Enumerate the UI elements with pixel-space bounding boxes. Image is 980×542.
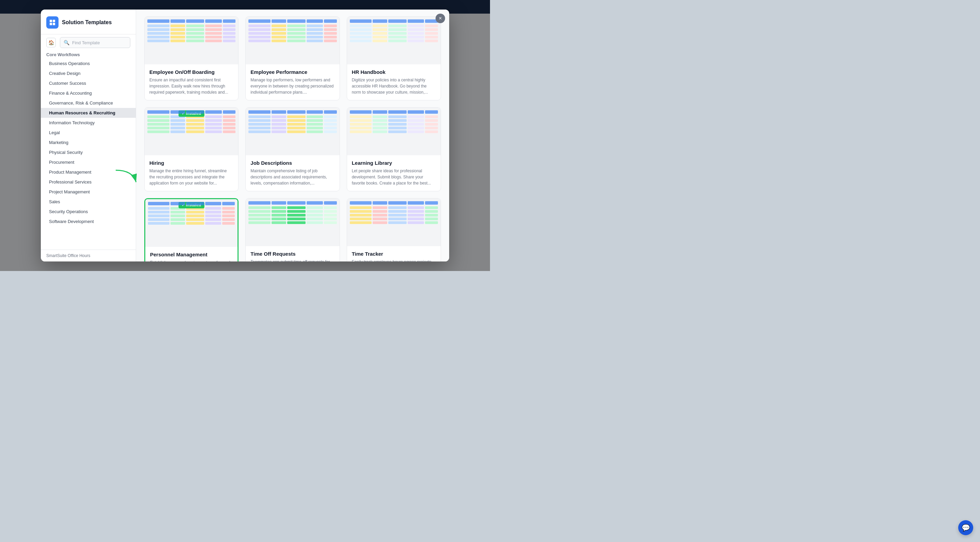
svg-rect-1 (50, 20, 52, 22)
search-placeholder: Find Template (72, 40, 100, 45)
sidebar-item-product-management[interactable]: Product Management (41, 167, 136, 177)
home-button[interactable]: 🏠 (46, 38, 56, 47)
template-desc-time-off-requests: Teammates can submit time-off requests f… (250, 259, 334, 261)
template-title-employee-onboarding: Employee On/Off Boarding (150, 69, 234, 75)
template-title-time-tracker: Time Tracker (352, 251, 436, 257)
template-grid: Employee On/Off BoardingEnsure an impact… (144, 16, 441, 261)
template-desc-personnel-management: Establish a comprehensive system of reco… (150, 260, 233, 261)
modal-title: Solution Templates (62, 19, 111, 26)
template-card-job-descriptions[interactable]: Job DescriptionsMaintain comprehensive l… (245, 107, 340, 191)
sidebar-footer[interactable]: SmartSuite Office Hours (41, 250, 136, 261)
template-desc-learning-library: Let people share ideas for professional … (352, 168, 436, 186)
svg-rect-4 (53, 23, 55, 25)
sidebar-item-business-operations[interactable]: Business Operations (41, 59, 136, 69)
template-title-personnel-management: Personnel Management (150, 252, 233, 257)
template-card-personnel-management[interactable]: ✓ InstalledPersonnel ManagementEstablish… (144, 198, 239, 261)
sidebar-item-physical-security[interactable]: Physical Security (41, 147, 136, 157)
sidebar-item-finance-accounting[interactable]: Finance & Accounting (41, 88, 136, 98)
sidebar-item-project-management[interactable]: Project Management (41, 187, 136, 197)
template-title-time-off-requests: Time Off Requests (250, 251, 334, 257)
sidebar-item-customer-success[interactable]: Customer Success (41, 78, 136, 88)
template-title-employee-performance: Employee Performance (250, 69, 334, 75)
search-icon: 🔍 (64, 40, 69, 45)
template-card-learning-library[interactable]: Learning LibraryLet people share ideas f… (347, 107, 441, 191)
template-title-hr-handbook: HR Handbook (352, 69, 436, 75)
svg-rect-3 (50, 23, 52, 25)
sidebar-item-software-development[interactable]: Software Development (41, 217, 136, 226)
nav-items-container: Business OperationsCreative DesignCustom… (41, 59, 136, 226)
sidebar-item-professional-services[interactable]: Professional Services (41, 177, 136, 187)
template-desc-employee-performance: Manage top performers, low performers an… (250, 77, 334, 95)
template-card-hr-handbook[interactable]: HR HandbookDigitize your policies into a… (347, 16, 441, 100)
search-row: 🏠 🔍 Find Template (41, 34, 136, 49)
sidebar-item-sales[interactable]: Sales (41, 197, 136, 207)
sidebar-scroll: Core Workflows Business OperationsCreati… (41, 49, 136, 250)
templates-icon (46, 16, 59, 29)
sidebar-item-security-operations[interactable]: Security Operations (41, 207, 136, 217)
template-card-employee-performance[interactable]: Employee PerformanceManage top performer… (245, 16, 340, 100)
template-desc-employee-onboarding: Ensure an impactful and consistent first… (150, 77, 234, 95)
section-label: Core Workflows (41, 49, 136, 59)
search-box[interactable]: 🔍 Find Template (60, 37, 130, 48)
sidebar: Solution Templates 🏠 🔍 Find Template Cor… (41, 10, 136, 261)
sidebar-item-information-technology[interactable]: Information Technology (41, 118, 136, 128)
sidebar-item-procurement[interactable]: Procurement (41, 157, 136, 167)
main-content: Employee On/Off BoardingEnsure an impact… (136, 10, 449, 261)
sidebar-item-marketing[interactable]: Marketing (41, 137, 136, 147)
sidebar-item-governance[interactable]: Governance, Risk & Compliance (41, 98, 136, 108)
template-desc-job-descriptions: Maintain comprehensive listing of job de… (250, 168, 334, 186)
modal-overlay: × Solution Templates 🏠 🔍 Fin (0, 0, 490, 271)
template-desc-hiring: Manage the entire hiring funnel, streaml… (150, 168, 234, 186)
sidebar-item-human-resources[interactable]: Human Resources & Recruiting (41, 108, 136, 118)
template-desc-time-tracker: Easily track employee hours across proje… (352, 259, 436, 261)
template-desc-hr-handbook: Digitize your policies into a central hi… (352, 77, 436, 95)
template-title-learning-library: Learning Library (352, 160, 436, 166)
solution-templates-modal: × Solution Templates 🏠 🔍 Fin (41, 10, 449, 261)
template-card-employee-onboarding[interactable]: Employee On/Off BoardingEnsure an impact… (144, 16, 239, 100)
template-card-time-tracker[interactable]: Time TrackerEasily track employee hours … (347, 198, 441, 261)
template-title-hiring: Hiring (150, 160, 234, 166)
template-title-job-descriptions: Job Descriptions (250, 160, 334, 166)
template-card-time-off-requests[interactable]: Time Off RequestsTeammates can submit ti… (245, 198, 340, 261)
sidebar-item-legal[interactable]: Legal (41, 128, 136, 137)
sidebar-header: Solution Templates (41, 10, 136, 34)
svg-rect-2 (53, 20, 55, 22)
template-card-hiring[interactable]: ✓ InstalledHiringManage the entire hirin… (144, 107, 239, 191)
close-button[interactable]: × (436, 14, 445, 23)
sidebar-item-creative-design[interactable]: Creative Design (41, 69, 136, 78)
